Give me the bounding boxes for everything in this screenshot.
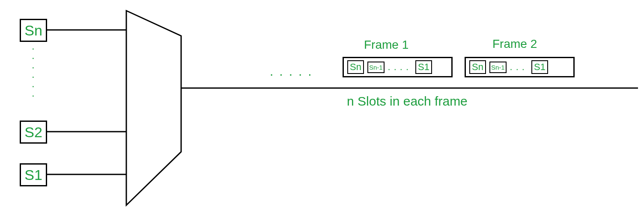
source-s1-box: S1 — [20, 163, 47, 186]
frame2-slot-s1: S1 — [531, 60, 548, 74]
diagram-caption: n Slots in each frame — [347, 94, 468, 109]
frame1-dots: .... — [388, 62, 412, 73]
source-s1-label: S1 — [24, 167, 42, 183]
diagram-lines — [0, 0, 644, 218]
frame1-slot-sn1: Sn-1 — [367, 62, 385, 73]
source-sn-label: Sn — [24, 22, 42, 39]
frame2-title: Frame 2 — [492, 37, 537, 51]
frame2-slot-sn1: Sn-1 — [489, 62, 507, 73]
frame1-box: Sn Sn-1 .... S1 — [343, 57, 453, 77]
source-sn-box: Sn — [20, 19, 47, 42]
source-dots-vertical: ...... — [32, 46, 35, 93]
frame1-title: Frame 1 — [364, 38, 408, 52]
frame2-slot-sn: Sn — [469, 60, 486, 74]
source-s2-box: S2 — [20, 121, 47, 144]
mux-shape — [126, 11, 181, 205]
source-s2-label: S2 — [24, 124, 42, 141]
frame2-box: Sn Sn-1 ... S1 — [465, 57, 575, 77]
output-dots-horizontal: ..... — [270, 64, 318, 79]
frame1-slot-s1: S1 — [415, 60, 432, 74]
frame1-slot-sn: Sn — [347, 60, 364, 74]
frame2-dots: ... — [510, 62, 528, 73]
